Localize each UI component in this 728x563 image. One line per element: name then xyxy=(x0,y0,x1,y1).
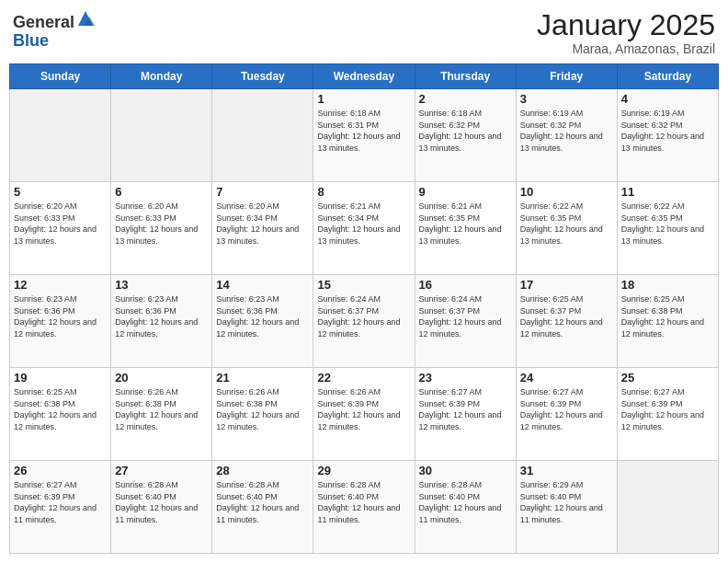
calendar-cell: 23Sunrise: 6:27 AM Sunset: 6:39 PM Dayli… xyxy=(415,368,516,461)
day-info: Sunrise: 6:28 AM Sunset: 6:40 PM Dayligh… xyxy=(115,479,208,525)
header-sunday: Sunday xyxy=(10,64,111,89)
day-info: Sunrise: 6:22 AM Sunset: 6:35 PM Dayligh… xyxy=(520,201,613,247)
day-info: Sunrise: 6:26 AM Sunset: 6:38 PM Dayligh… xyxy=(115,386,208,432)
day-info: Sunrise: 6:26 AM Sunset: 6:39 PM Dayligh… xyxy=(317,386,410,432)
day-number: 25 xyxy=(621,371,714,385)
day-info: Sunrise: 6:27 AM Sunset: 6:39 PM Dayligh… xyxy=(520,386,613,432)
calendar-week-row: 5Sunrise: 6:20 AM Sunset: 6:33 PM Daylig… xyxy=(10,182,719,275)
calendar-week-row: 19Sunrise: 6:25 AM Sunset: 6:38 PM Dayli… xyxy=(10,368,719,461)
header-thursday: Thursday xyxy=(415,64,516,89)
day-info: Sunrise: 6:25 AM Sunset: 6:37 PM Dayligh… xyxy=(520,293,613,339)
header-tuesday: Tuesday xyxy=(212,64,313,89)
calendar-cell: 13Sunrise: 6:23 AM Sunset: 6:36 PM Dayli… xyxy=(111,275,212,368)
calendar-cell: 3Sunrise: 6:19 AM Sunset: 6:32 PM Daylig… xyxy=(516,89,617,182)
day-info: Sunrise: 6:20 AM Sunset: 6:33 PM Dayligh… xyxy=(115,201,208,247)
calendar-cell: 16Sunrise: 6:24 AM Sunset: 6:37 PM Dayli… xyxy=(415,275,516,368)
day-number: 17 xyxy=(520,278,613,292)
calendar-table: Sunday Monday Tuesday Wednesday Thursday… xyxy=(9,63,719,554)
day-info: Sunrise: 6:28 AM Sunset: 6:40 PM Dayligh… xyxy=(317,479,410,525)
month-title: January 2025 xyxy=(537,9,715,41)
day-number: 3 xyxy=(520,92,613,106)
calendar-cell: 18Sunrise: 6:25 AM Sunset: 6:38 PM Dayli… xyxy=(617,275,718,368)
day-info: Sunrise: 6:28 AM Sunset: 6:40 PM Dayligh… xyxy=(216,479,309,525)
calendar-cell: 27Sunrise: 6:28 AM Sunset: 6:40 PM Dayli… xyxy=(111,461,212,554)
day-number: 9 xyxy=(419,185,512,199)
day-info: Sunrise: 6:28 AM Sunset: 6:40 PM Dayligh… xyxy=(419,479,512,525)
day-info: Sunrise: 6:24 AM Sunset: 6:37 PM Dayligh… xyxy=(317,293,410,339)
calendar-week-row: 26Sunrise: 6:27 AM Sunset: 6:39 PM Dayli… xyxy=(10,461,719,554)
calendar-cell xyxy=(111,89,212,182)
calendar-cell: 15Sunrise: 6:24 AM Sunset: 6:37 PM Dayli… xyxy=(313,275,415,368)
logo-icon xyxy=(76,9,95,28)
day-number: 31 xyxy=(520,464,613,477)
day-info: Sunrise: 6:19 AM Sunset: 6:32 PM Dayligh… xyxy=(621,108,714,154)
day-number: 14 xyxy=(216,278,309,292)
calendar-cell: 21Sunrise: 6:26 AM Sunset: 6:38 PM Dayli… xyxy=(212,368,313,461)
day-info: Sunrise: 6:22 AM Sunset: 6:35 PM Dayligh… xyxy=(621,201,714,247)
day-info: Sunrise: 6:20 AM Sunset: 6:33 PM Dayligh… xyxy=(14,201,107,247)
calendar-cell: 4Sunrise: 6:19 AM Sunset: 6:32 PM Daylig… xyxy=(617,89,718,182)
day-info: Sunrise: 6:23 AM Sunset: 6:36 PM Dayligh… xyxy=(216,293,309,339)
day-number: 19 xyxy=(14,371,107,385)
calendar-cell xyxy=(212,89,313,182)
logo-blue-text: Blue xyxy=(13,31,49,50)
calendar-cell: 22Sunrise: 6:26 AM Sunset: 6:39 PM Dayli… xyxy=(313,368,415,461)
page: General Blue January 2025 Maraa, Amazona… xyxy=(0,0,728,563)
day-info: Sunrise: 6:27 AM Sunset: 6:39 PM Dayligh… xyxy=(621,386,714,432)
calendar-cell: 28Sunrise: 6:28 AM Sunset: 6:40 PM Dayli… xyxy=(212,461,313,554)
day-info: Sunrise: 6:19 AM Sunset: 6:32 PM Dayligh… xyxy=(520,108,613,154)
day-number: 10 xyxy=(520,185,613,199)
day-info: Sunrise: 6:21 AM Sunset: 6:34 PM Dayligh… xyxy=(317,201,410,247)
day-info: Sunrise: 6:21 AM Sunset: 6:35 PM Dayligh… xyxy=(419,201,512,247)
day-number: 11 xyxy=(621,185,714,199)
day-number: 5 xyxy=(14,185,107,199)
weekday-header-row: Sunday Monday Tuesday Wednesday Thursday… xyxy=(10,64,719,89)
calendar-cell: 24Sunrise: 6:27 AM Sunset: 6:39 PM Dayli… xyxy=(516,368,617,461)
day-number: 4 xyxy=(621,92,714,106)
calendar-cell: 30Sunrise: 6:28 AM Sunset: 6:40 PM Dayli… xyxy=(415,461,516,554)
day-number: 16 xyxy=(419,278,512,292)
day-info: Sunrise: 6:20 AM Sunset: 6:34 PM Dayligh… xyxy=(216,201,309,247)
calendar-cell: 31Sunrise: 6:29 AM Sunset: 6:40 PM Dayli… xyxy=(516,461,617,554)
calendar-cell: 5Sunrise: 6:20 AM Sunset: 6:33 PM Daylig… xyxy=(10,182,111,275)
day-number: 23 xyxy=(419,371,512,385)
header-monday: Monday xyxy=(111,64,212,89)
header: General Blue January 2025 Maraa, Amazona… xyxy=(9,9,719,56)
day-number: 22 xyxy=(317,371,410,385)
title-section: January 2025 Maraa, Amazonas, Brazil xyxy=(537,9,715,56)
header-wednesday: Wednesday xyxy=(313,64,415,89)
day-info: Sunrise: 6:27 AM Sunset: 6:39 PM Dayligh… xyxy=(419,386,512,432)
day-number: 8 xyxy=(317,185,410,199)
header-friday: Friday xyxy=(516,64,617,89)
day-number: 1 xyxy=(317,92,410,106)
day-number: 30 xyxy=(419,464,512,477)
logo-general-text: General xyxy=(13,13,74,31)
logo: General Blue xyxy=(13,9,95,51)
day-number: 28 xyxy=(216,464,309,477)
day-info: Sunrise: 6:26 AM Sunset: 6:38 PM Dayligh… xyxy=(216,386,309,432)
calendar-week-row: 1Sunrise: 6:18 AM Sunset: 6:31 PM Daylig… xyxy=(10,89,719,182)
calendar-cell: 25Sunrise: 6:27 AM Sunset: 6:39 PM Dayli… xyxy=(617,368,718,461)
day-number: 21 xyxy=(216,371,309,385)
calendar-cell: 12Sunrise: 6:23 AM Sunset: 6:36 PM Dayli… xyxy=(10,275,111,368)
day-info: Sunrise: 6:25 AM Sunset: 6:38 PM Dayligh… xyxy=(621,293,714,339)
day-info: Sunrise: 6:18 AM Sunset: 6:31 PM Dayligh… xyxy=(317,108,410,154)
day-number: 27 xyxy=(115,464,208,477)
day-number: 2 xyxy=(419,92,512,106)
day-number: 7 xyxy=(216,185,309,199)
calendar-cell: 11Sunrise: 6:22 AM Sunset: 6:35 PM Dayli… xyxy=(617,182,718,275)
calendar-cell: 9Sunrise: 6:21 AM Sunset: 6:35 PM Daylig… xyxy=(415,182,516,275)
calendar-cell: 6Sunrise: 6:20 AM Sunset: 6:33 PM Daylig… xyxy=(111,182,212,275)
calendar-cell: 1Sunrise: 6:18 AM Sunset: 6:31 PM Daylig… xyxy=(313,89,415,182)
calendar-cell: 14Sunrise: 6:23 AM Sunset: 6:36 PM Dayli… xyxy=(212,275,313,368)
calendar-cell: 7Sunrise: 6:20 AM Sunset: 6:34 PM Daylig… xyxy=(212,182,313,275)
day-info: Sunrise: 6:23 AM Sunset: 6:36 PM Dayligh… xyxy=(14,293,107,339)
day-number: 24 xyxy=(520,371,613,385)
day-number: 6 xyxy=(115,185,208,199)
day-number: 12 xyxy=(14,278,107,292)
day-number: 13 xyxy=(115,278,208,292)
calendar-cell xyxy=(10,89,111,182)
day-info: Sunrise: 6:27 AM Sunset: 6:39 PM Dayligh… xyxy=(14,479,107,525)
calendar-cell xyxy=(617,461,718,554)
day-info: Sunrise: 6:24 AM Sunset: 6:37 PM Dayligh… xyxy=(419,293,512,339)
